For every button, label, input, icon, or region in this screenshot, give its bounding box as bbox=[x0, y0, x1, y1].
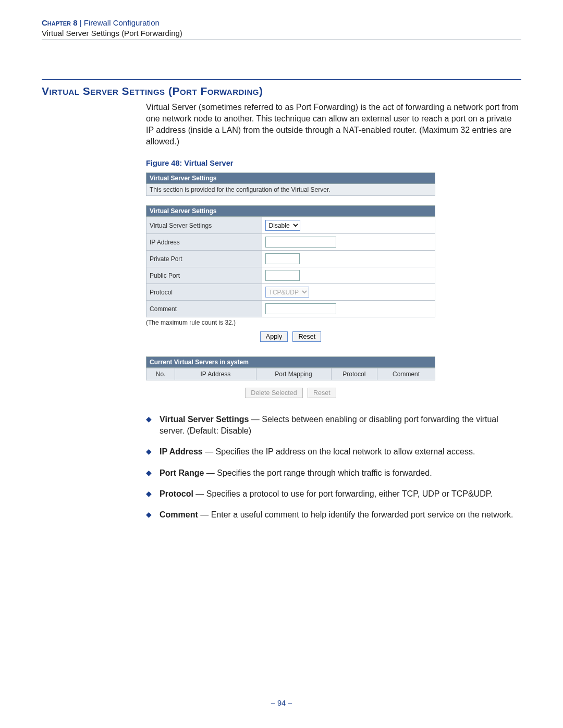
section-title: Virtual Server Settings (Port Forwarding… bbox=[42, 85, 521, 97]
bullet-item-port-range: Port Range — Specifies the port range th… bbox=[146, 467, 521, 479]
row-protocol-label: Protocol bbox=[146, 284, 262, 301]
header-subtitle: Virtual Server Settings (Port Forwarding… bbox=[42, 29, 521, 38]
row-comment-label: Comment bbox=[146, 301, 262, 317]
col-comment: Comment bbox=[377, 368, 435, 380]
current-servers-table: No. IP Address Port Mapping Protocol Com… bbox=[146, 368, 435, 380]
header-rule bbox=[42, 40, 521, 40]
chapter-label: Chapter 8 bbox=[42, 18, 78, 27]
public-port-input[interactable] bbox=[265, 270, 300, 281]
figure-virtual-server: Virtual Server Settings This section is … bbox=[146, 172, 435, 398]
panel2-title: Virtual Server Settings bbox=[146, 205, 435, 217]
panel1-title: Virtual Server Settings bbox=[146, 172, 435, 184]
apply-button[interactable]: Apply bbox=[260, 331, 288, 342]
col-ip: IP Address bbox=[175, 368, 256, 380]
bullet-item-vss: Virtual Server Settings — Selects betwee… bbox=[146, 414, 521, 437]
ip-address-input[interactable] bbox=[265, 237, 336, 248]
section-rule bbox=[42, 79, 521, 80]
row-public-port-label: Public Port bbox=[146, 267, 262, 284]
row-private-port-label: Private Port bbox=[146, 251, 262, 267]
figure-caption: Figure 48: Virtual Server bbox=[146, 159, 521, 167]
col-protocol: Protocol bbox=[331, 368, 377, 380]
page-number: – 94 – bbox=[0, 699, 563, 707]
reset-list-button[interactable]: Reset bbox=[308, 388, 336, 398]
delete-selected-button[interactable]: Delete Selected bbox=[245, 388, 302, 398]
virtual-server-settings-select[interactable]: Disable bbox=[265, 220, 300, 231]
header-separator: | bbox=[78, 18, 84, 27]
max-rule-note: (The maximum rule count is 32.) bbox=[146, 319, 435, 326]
panel1-desc: This section is provided for the configu… bbox=[146, 184, 435, 196]
comment-input[interactable] bbox=[265, 303, 336, 314]
panel3-title: Current Virtual Servers in system bbox=[146, 356, 435, 368]
private-port-input[interactable] bbox=[265, 253, 300, 264]
bullet-item-comment: Comment — Enter a useful comment to help… bbox=[146, 509, 521, 521]
section-intro: Virtual Server (sometimes referred to as… bbox=[146, 102, 521, 147]
header-line-1: Chapter 8 | Firewall Configuration bbox=[42, 18, 521, 27]
col-no: No. bbox=[146, 368, 175, 380]
bullet-item-ip: IP Address — Specifies the IP address on… bbox=[146, 446, 521, 458]
protocol-select[interactable]: TCP&UDP bbox=[265, 287, 309, 298]
bullet-item-protocol: Protocol — Specifies a protocol to use f… bbox=[146, 488, 521, 500]
col-port-mapping: Port Mapping bbox=[256, 368, 331, 380]
chapter-title: Firewall Configuration bbox=[84, 18, 160, 27]
row-vss-label: Virtual Server Settings bbox=[146, 217, 262, 234]
reset-button[interactable]: Reset bbox=[292, 331, 321, 342]
bullet-list: Virtual Server Settings — Selects betwee… bbox=[146, 414, 521, 520]
row-ip-label: IP Address bbox=[146, 234, 262, 251]
settings-form-table: Virtual Server Settings Disable IP Addre… bbox=[146, 217, 435, 317]
